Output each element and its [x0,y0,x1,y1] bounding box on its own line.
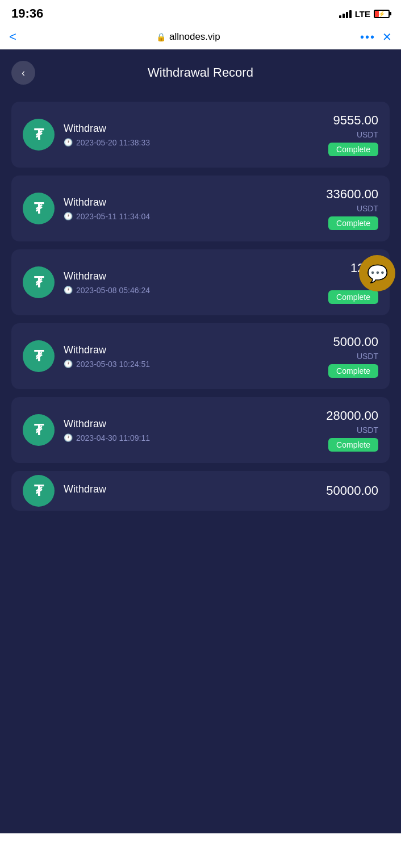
transaction-info: Withdraw 🕐 2023-05-03 10:24:51 [64,344,319,369]
transaction-info: Withdraw 🕐 2023-05-20 11:38:33 [64,123,319,147]
transaction-datetime: 2023-05-11 11:34:04 [76,212,150,221]
status-bar: 19:36 LTE ⚡ [0,0,401,25]
tether-icon: ₮ [23,193,55,224]
page-title: Withdrawal Record [35,65,366,80]
transaction-time: 🕐 2023-05-11 11:34:04 [64,212,317,221]
tether-symbol-icon: ₮ [34,200,44,218]
tether-symbol-icon: ₮ [34,348,44,365]
transaction-time: 🕐 2023-04-30 11:09:11 [64,433,317,443]
browser-back-button[interactable]: < [9,30,16,44]
browser-url-area: 🔒 allnodes.vip [23,31,353,43]
browser-bar: < 🔒 allnodes.vip ••• ✕ [0,25,401,49]
transaction-type: Withdraw [64,123,319,135]
transaction-amount-area: 9555.00 USDT Complete [328,113,378,156]
transaction-item[interactable]: ₮ Withdraw 🕐 2023-05-11 11:34:04 33600.0… [11,176,390,241]
transaction-type: Withdraw [64,418,317,430]
transaction-item[interactable]: ₮ Withdraw 🕐 2023-05-03 10:24:51 5000.00… [11,323,390,389]
transaction-type: Withdraw [64,344,319,356]
battery-icon: ⚡ [374,10,390,18]
status-badge: Complete [328,290,378,304]
chat-icon: 💬 [367,264,388,283]
status-badge: Complete [328,364,378,378]
url-text: allnodes.vip [169,31,220,43]
tether-symbol-icon: ₮ [34,126,44,144]
transaction-currency: USDT [357,425,378,435]
transaction-time: 🕐 2023-05-20 11:38:33 [64,138,319,147]
transaction-amount-area: 5000.00 USDT Complete [328,335,378,378]
tether-icon: ₮ [23,475,55,507]
transaction-datetime: 2023-04-30 11:09:11 [76,433,150,443]
status-badge: Complete [328,143,378,156]
transaction-type: Withdraw [64,197,317,208]
back-button[interactable]: ‹ [11,61,35,85]
clock-icon: 🕐 [64,360,73,368]
transaction-amount: 28000.00 [326,408,378,423]
back-arrow-icon: ‹ [22,67,25,79]
tether-icon: ₮ [23,414,55,446]
app-content: ‹ Withdrawal Record ₮ Withdraw 🕐 2023-05… [0,49,401,833]
tether-icon: ₮ [23,119,55,151]
tether-icon: ₮ [23,340,55,372]
tether-symbol-icon: ₮ [34,482,44,500]
transaction-item[interactable]: ₮ Withdraw 🕐 2023-04-30 11:09:11 28000.0… [11,397,390,463]
status-time: 19:36 [11,6,43,21]
transaction-list: ₮ Withdraw 🕐 2023-05-20 11:38:33 9555.00… [0,102,401,511]
transaction-currency: USDT [357,204,378,213]
clock-icon: 🕐 [64,286,73,294]
tether-icon: ₮ [23,266,55,298]
transaction-amount-area: 50000.00 [326,483,378,498]
tether-symbol-icon: ₮ [34,274,44,291]
browser-more-button[interactable]: ••• [360,31,375,44]
transaction-datetime: 2023-05-03 10:24:51 [76,360,150,369]
transaction-item[interactable]: ₮ Withdraw 🕐 2023-05-20 11:38:33 9555.00… [11,102,390,168]
clock-icon: 🕐 [64,212,73,220]
signal-bars-icon [339,9,352,18]
transaction-time: 🕐 2023-05-03 10:24:51 [64,360,319,369]
transaction-item[interactable]: ₮ Withdraw 🕐 2023-05-08 05:46:24 1200 US… [11,249,390,315]
chat-button[interactable]: 💬 [359,255,395,291]
transaction-info: Withdraw 🕐 2023-05-08 05:46:24 [64,270,319,295]
status-badge: Complete [328,438,378,452]
clock-icon: 🕐 [64,138,73,147]
transaction-currency: USDT [357,130,378,139]
clock-icon: 🕐 [64,433,73,442]
status-icons: LTE ⚡ [339,9,390,19]
transaction-amount: 50000.00 [326,483,378,498]
transaction-type: Withdraw [64,270,319,282]
browser-close-button[interactable]: ✕ [382,30,392,44]
page-header: ‹ Withdrawal Record [0,49,401,102]
tether-symbol-icon: ₮ [34,422,44,439]
transaction-amount: 33600.00 [326,187,378,202]
status-badge: Complete [328,216,378,230]
transaction-amount-area: 28000.00 USDT Complete [326,408,378,452]
transaction-type: Withdraw [64,483,317,495]
transaction-time: 🕐 2023-05-08 05:46:24 [64,286,319,295]
transaction-datetime: 2023-05-08 05:46:24 [76,286,150,295]
transaction-info: Withdraw 🕐 2023-04-30 11:09:11 [64,418,317,443]
transaction-amount-area: 33600.00 USDT Complete [326,187,378,230]
transaction-datetime: 2023-05-20 11:38:33 [76,138,150,147]
transaction-info: Withdraw 🕐 2023-05-11 11:34:04 [64,197,317,221]
lte-label: LTE [355,9,370,19]
battery-bolt-icon: ⚡ [378,11,385,17]
transaction-currency: USDT [357,352,378,361]
transaction-item-partial[interactable]: ₮ Withdraw 50000.00 [11,471,390,511]
lock-icon: 🔒 [156,32,166,41]
transaction-amount: 5000.00 [333,335,378,349]
transaction-info: Withdraw [64,483,317,499]
transaction-amount: 9555.00 [333,113,378,128]
